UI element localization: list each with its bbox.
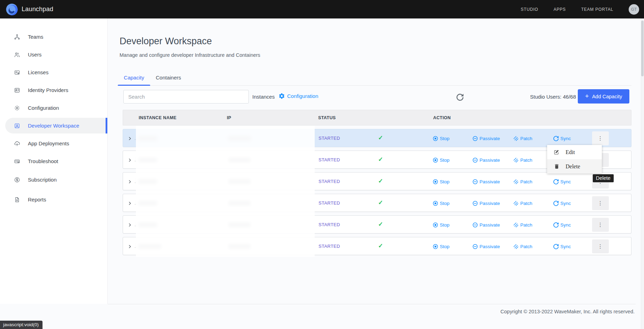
stop-action-label: Stop [440,158,450,163]
sidebar-item-teams[interactable]: Teams [0,28,107,46]
expand-chevron-icon[interactable] [128,173,133,191]
expand-chevron-icon[interactable] [128,151,133,169]
expand-chevron-icon[interactable] [128,194,133,212]
brand-name: Launchpad [22,6,53,13]
sidebar-item-label: Subscription [28,177,57,183]
sidebar-item-label: App Deployments [28,140,69,146]
sidebar-item-label: Reports [28,197,46,202]
sidebar-item-subscription[interactable]: Subscription [0,171,107,189]
instances-label: Instances [252,94,275,100]
passivate-action-button[interactable]: Passivate [473,237,500,255]
menu-item-delete[interactable]: Delete [547,159,602,174]
add-capacity-label: Add Capacity [592,94,622,99]
sidebar-item-label: Configuration [28,105,59,111]
stop-action-label: Stop [440,136,450,141]
stop-action-button[interactable]: Stop [433,151,450,169]
tabs-divider [118,85,631,86]
expand-chevron-icon[interactable] [128,129,133,147]
sidebar-item-licenses[interactable]: Licenses [0,63,107,81]
passivate-action-button[interactable]: Passivate [473,173,500,191]
passivate-action-button[interactable]: Passivate [473,216,500,234]
table-header: INSTANCE NAMEIPSTATUSACTION [123,110,631,125]
menu-item-edit[interactable]: Edit [547,145,602,159]
sync-action-button[interactable]: Sync [553,216,571,234]
patch-action-button[interactable]: Patch [513,216,532,234]
stop-action-button[interactable]: Stop [433,173,450,191]
stop-icon [433,136,438,141]
nav-link-team-portal[interactable]: TEAM PORTAL [581,7,613,12]
sidebar-item-reports[interactable]: Reports [0,191,107,208]
tabs: CapacityContainers [118,69,187,86]
row-menu-button[interactable]: ⋮ [592,196,609,210]
sync-action-button[interactable]: Sync [553,173,571,191]
passivate-icon [473,179,478,184]
sidebar-item-troubleshoot[interactable]: Troubleshoot [0,152,107,170]
refresh-button[interactable] [455,92,465,102]
licenses-icon [14,69,20,76]
patch-action-button[interactable]: Patch [513,151,532,169]
sync-action-label: Sync [560,201,571,206]
sync-action-button[interactable]: Sync [553,237,571,255]
patch-icon [513,222,519,228]
user-avatar[interactable]: GT [629,4,639,15]
passivate-action-label: Passivate [480,158,500,163]
sync-action-button[interactable]: Sync [553,194,571,212]
stop-action-button[interactable]: Stop [433,216,450,234]
sidebar-item-configuration[interactable]: Configuration [0,99,107,117]
sidebar-item-users[interactable]: Users [0,46,107,63]
expand-chevron-icon[interactable] [128,216,133,234]
patch-action-button[interactable]: Patch [513,237,532,255]
passivate-action-button[interactable]: Passivate [473,129,500,147]
menu-item-label: Edit [566,149,575,155]
success-check-icon: ✓ [378,151,383,168]
identity-providers-icon [14,87,20,93]
row-menu-button[interactable]: ⋮ [592,239,609,253]
passivate-icon [473,244,478,249]
redaction-overlay [136,126,315,257]
brand[interactable]: Launchpad [6,3,53,16]
status-text: STARTED [319,194,340,212]
scrollbar-thumb[interactable] [641,21,644,76]
configuration-link[interactable]: Configuration [278,93,318,99]
stop-action-button[interactable]: Stop [433,129,450,147]
success-check-icon: ✓ [378,129,383,147]
footer-copyright: Copyright © 2013-2022 WaveMaker, Inc. Al… [500,309,635,314]
sidebar-item-label: Developer Workspace [28,123,79,129]
add-capacity-button[interactable]: + Add Capacity [578,89,629,104]
nav-link-studio[interactable]: STUDIO [521,7,538,12]
search-input[interactable] [123,90,249,104]
passivate-icon [473,136,478,141]
status-text: STARTED [319,237,340,255]
success-check-icon: ✓ [378,216,383,233]
expand-chevron-icon[interactable] [128,237,133,255]
status-text: STARTED [319,129,340,147]
passivate-action-button[interactable]: Passivate [473,151,500,169]
footer-divider [108,304,636,304]
stop-action-label: Stop [440,244,450,249]
passivate-action-label: Passivate [480,222,500,228]
sync-icon [553,244,559,249]
column-header-status: STATUS [318,110,336,125]
passivate-action-label: Passivate [480,244,500,249]
sidebar-item-app-deployments[interactable]: App Deployments [0,135,107,152]
row-menu-button[interactable]: ⋮ [592,218,609,232]
sync-icon [553,222,559,228]
passivate-action-button[interactable]: Passivate [473,194,500,212]
stop-icon [433,222,438,228]
sidebar-item-identity-providers[interactable]: Identity Providers [0,81,107,99]
patch-action-button[interactable]: Patch [513,194,532,212]
patch-icon [513,201,519,206]
users-icon [14,52,20,58]
column-header-instance-name: INSTANCE NAME [139,110,176,125]
tab-containers[interactable]: Containers [150,69,187,86]
passivate-action-label: Passivate [480,201,500,206]
patch-action-button[interactable]: Patch [513,129,532,147]
row-menu-button[interactable]: ⋮ [592,131,609,145]
page-scrollbar[interactable] [641,18,644,329]
nav-link-apps[interactable]: APPS [553,7,566,12]
tab-capacity[interactable]: Capacity [118,69,150,86]
stop-action-button[interactable]: Stop [433,194,450,212]
patch-action-button[interactable]: Patch [513,173,532,191]
stop-action-button[interactable]: Stop [433,237,450,255]
sidebar-item-developer-workspace[interactable]: Developer Workspace [5,118,107,133]
